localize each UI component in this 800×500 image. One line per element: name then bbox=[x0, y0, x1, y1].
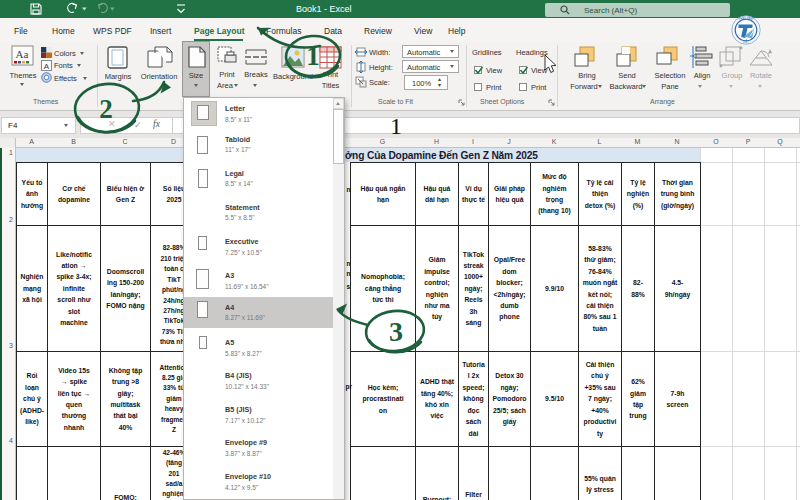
svg-text:2: 2 bbox=[99, 94, 113, 124]
svg-text:1: 1 bbox=[390, 113, 402, 139]
svg-text:1: 1 bbox=[306, 41, 320, 71]
svg-text:3: 3 bbox=[389, 316, 403, 347]
